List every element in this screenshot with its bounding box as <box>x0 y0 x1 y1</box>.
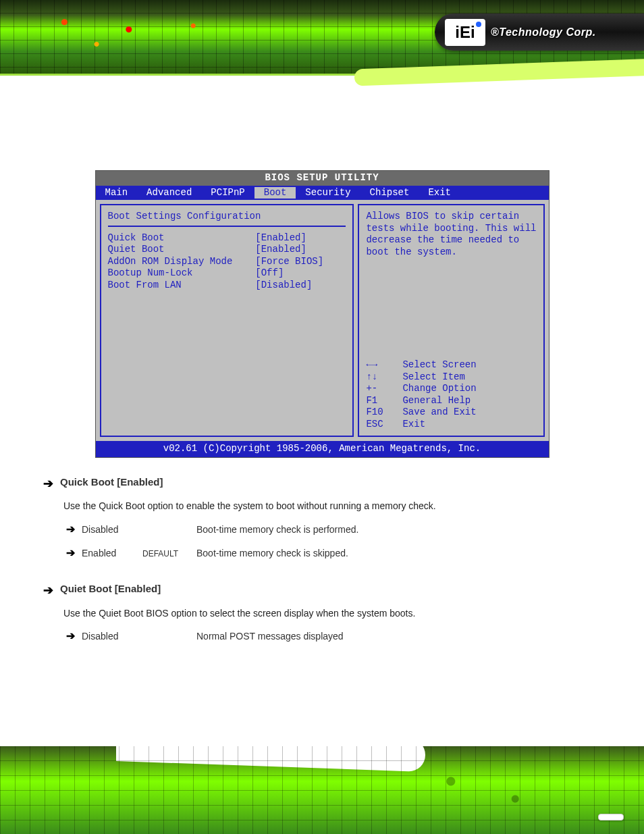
option-enabled: ➔ Enabled DEFAULT Boot-time memory check… <box>66 544 601 562</box>
key-desc: Save and Exit <box>402 407 476 419</box>
page-header-banner: iEi ®Technology Corp. <box>0 0 644 76</box>
setting-value: [Off] <box>255 267 284 280</box>
option-default: DEFAULT <box>142 548 196 561</box>
setting-label: Bootup Num-Lock <box>108 267 256 280</box>
bullet-quick-boot: ➔ Quick Boot [Enabled] <box>43 474 601 494</box>
key-row: F10Save and Exit <box>366 407 536 419</box>
bios-key-legend: ←→Select Screen ↑↓Select Item +-Change O… <box>366 359 536 430</box>
bios-tab-chipset[interactable]: Chipset <box>360 187 419 199</box>
bios-section-title: Boot Settings Configuration <box>108 211 346 227</box>
option-key: Disabled <box>82 522 142 537</box>
key-row: ←→Select Screen <box>366 359 536 371</box>
bios-tab-boot[interactable]: Boot <box>254 187 296 199</box>
page-number-badge <box>598 814 624 820</box>
key-symbol: ESC <box>366 419 402 431</box>
arrow-icon: ➔ <box>43 581 53 600</box>
document-body-text: ➔ Quick Boot [Enabled] Use the Quick Boo… <box>0 458 644 645</box>
setting-value: [Disabled] <box>255 280 312 292</box>
bios-tab-advanced[interactable]: Advanced <box>137 187 201 199</box>
key-desc: Exit <box>402 419 425 431</box>
setting-label: Boot From LAN <box>108 280 256 292</box>
bullet-desc: Use the Quick Boot option to enable the … <box>63 498 601 513</box>
arrow-icon: ➔ <box>66 521 75 538</box>
bullet-title: Quick Boot [Enabled] <box>60 474 163 494</box>
setting-numlock[interactable]: Bootup Num-Lock [Off] <box>108 267 346 280</box>
setting-value: [Enabled] <box>255 232 306 244</box>
key-row: +-Change Option <box>366 383 536 395</box>
bios-tab-exit[interactable]: Exit <box>419 187 460 199</box>
setting-label: Quiet Boot <box>108 244 256 256</box>
key-symbol: +- <box>366 383 402 395</box>
setting-value: [Force BIOS] <box>255 256 323 268</box>
bios-menu-bar: Main Advanced PCIPnP Boot Security Chips… <box>96 186 549 201</box>
option-desc: Normal POST messages displayed <box>196 629 601 644</box>
bullet-title: Quiet Boot [Enabled] <box>60 581 161 600</box>
key-symbol: ↑↓ <box>366 371 402 384</box>
bullet-quiet-boot: ➔ Quiet Boot [Enabled] <box>43 581 601 600</box>
setting-value: [Enabled] <box>255 244 306 256</box>
key-desc: Select Screen <box>402 359 476 371</box>
bios-settings-pane: Boot Settings Configuration Quick Boot [… <box>100 204 354 437</box>
setting-boot-lan[interactable]: Boot From LAN [Disabled] <box>108 280 346 292</box>
bios-title-bar: BIOS SETUP UTILITY <box>96 171 549 186</box>
key-symbol: ←→ <box>366 359 402 371</box>
option-disabled: ➔ Disabled Boot-time memory check is per… <box>66 521 601 538</box>
bios-tab-main[interactable]: Main <box>96 187 138 199</box>
setting-label: AddOn ROM Display Mode <box>108 256 256 268</box>
arrow-icon: ➔ <box>43 474 53 494</box>
setting-label: Quick Boot <box>108 232 256 244</box>
option-key: Disabled <box>82 629 142 644</box>
option-desc: Boot-time memory check is skipped. <box>196 546 601 561</box>
key-desc: Change Option <box>402 383 476 395</box>
bios-body: Boot Settings Configuration Quick Boot [… <box>96 200 549 441</box>
footer-circuit-art <box>0 746 644 834</box>
bios-help-pane: Allows BIOS to skip certain tests while … <box>358 204 544 437</box>
key-row: ESCExit <box>366 419 536 431</box>
bios-tab-security[interactable]: Security <box>296 187 360 199</box>
bios-screenshot: BIOS SETUP UTILITY Main Advanced PCIPnP … <box>95 170 549 458</box>
logo-panel: iEi ®Technology Corp. <box>435 14 644 51</box>
logo-icon: iEi <box>445 19 485 46</box>
key-desc: Select Item <box>402 371 464 384</box>
setting-quick-boot[interactable]: Quick Boot [Enabled] <box>108 232 346 244</box>
option-disabled: ➔ Disabled Normal POST messages displaye… <box>66 627 601 645</box>
bios-tab-pcipnp[interactable]: PCIPnP <box>201 187 254 199</box>
key-row: ↑↓Select Item <box>366 371 536 384</box>
bios-help-text: Allows BIOS to skip certain tests while … <box>366 211 536 258</box>
key-row: F1General Help <box>366 395 536 407</box>
bullet-desc: Use the Quiet Boot BIOS option to select… <box>63 606 601 621</box>
option-key: Enabled <box>82 546 142 561</box>
arrow-icon: ➔ <box>66 544 75 562</box>
setting-addon-rom[interactable]: AddOn ROM Display Mode [Force BIOS] <box>108 256 346 268</box>
arrow-icon: ➔ <box>66 627 75 645</box>
setting-quiet-boot[interactable]: Quiet Boot [Enabled] <box>108 244 346 256</box>
key-symbol: F1 <box>366 395 402 407</box>
key-desc: General Help <box>402 395 471 407</box>
page-footer-banner <box>0 746 644 834</box>
brand-text: ®Technology Corp. <box>491 26 596 38</box>
bios-copyright-bar: v02.61 (C)Copyright 1985-2006, American … <box>96 441 549 457</box>
page-content: BIOS SETUP UTILITY Main Advanced PCIPnP … <box>0 76 644 746</box>
option-desc: Boot-time memory check is performed. <box>196 522 601 537</box>
key-symbol: F10 <box>366 407 402 419</box>
